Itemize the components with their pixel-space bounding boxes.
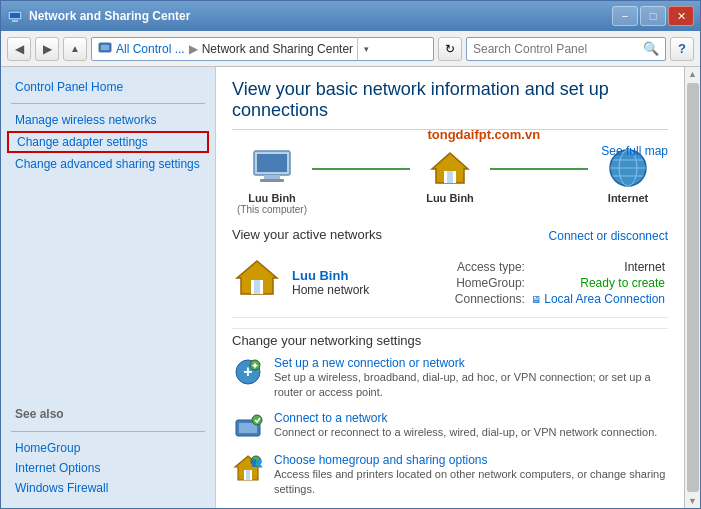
sidebar-change-sharing[interactable]: Change advanced sharing settings: [1, 154, 215, 174]
search-input[interactable]: [473, 42, 639, 56]
back-icon: ◀: [15, 42, 24, 56]
settings-item-2: 👥 Choose homegroup and sharing options A…: [232, 453, 668, 498]
scroll-thumb[interactable]: [687, 83, 699, 492]
sidebar-internet-options[interactable]: Internet Options: [1, 458, 215, 478]
homegroup-icon: 👥: [232, 453, 264, 485]
see-also-heading: See also: [1, 401, 215, 425]
connections-value[interactable]: 🖥 Local Area Connection: [528, 291, 668, 307]
active-network-card: Luu Binh Home network Access type: Inter…: [232, 258, 668, 318]
settings-desc-0: Set up a wireless, broadband, dial-up, a…: [274, 370, 668, 401]
svg-rect-1: [10, 13, 20, 18]
forward-icon: ▶: [43, 42, 52, 56]
scroll-up-arrow[interactable]: ▲: [688, 69, 697, 79]
forward-button[interactable]: ▶: [35, 37, 59, 61]
up-button[interactable]: ▲: [63, 37, 87, 61]
network-info: Luu Binh Home network: [292, 268, 442, 297]
sidebar-control-panel-home[interactable]: Control Panel Home: [1, 77, 215, 97]
sidebar-windows-firewall[interactable]: Windows Firewall: [1, 478, 215, 498]
title-bar: Network and Sharing Center − □ ✕: [1, 1, 700, 31]
scrollbar[interactable]: ▲ ▼: [684, 67, 700, 508]
settings-item-1: Connect to a network Connect or reconnec…: [232, 411, 668, 443]
net-line-2: [490, 168, 588, 170]
settings-title-0[interactable]: Set up a new connection or network: [274, 356, 668, 370]
up-icon: ▲: [70, 43, 80, 54]
settings-text-1: Connect to a network Connect or reconnec…: [274, 411, 657, 440]
sidebar-divider-1: [11, 103, 205, 104]
network-diagram: Luu Binh (This computer) Luu Binh: [232, 144, 668, 215]
address-path: All Control ... ▶ Network and Sharing Ce…: [91, 37, 434, 61]
sidebar: Control Panel Home Manage wireless netwo…: [1, 67, 216, 508]
access-type-value: Internet: [528, 259, 668, 275]
sidebar-divider-2: [11, 431, 205, 432]
sidebar-change-adapter[interactable]: Change adapter settings: [7, 131, 209, 153]
settings-text-2: Choose homegroup and sharing options Acc…: [274, 453, 668, 498]
connect-disconnect-link[interactable]: Connect or disconnect: [549, 229, 668, 243]
scroll-down-arrow[interactable]: ▼: [688, 496, 697, 506]
net-label-computer: Luu Binh: [248, 192, 296, 204]
back-button[interactable]: ◀: [7, 37, 31, 61]
path-separator: ▶: [189, 42, 198, 56]
network-card-icon: [232, 258, 282, 307]
main-area: Control Panel Home Manage wireless netwo…: [1, 67, 700, 508]
window-icon: [7, 8, 23, 24]
settings-desc-2: Access files and printers located on oth…: [274, 467, 668, 498]
change-settings-title: Change your networking settings: [232, 328, 668, 348]
house-icon: [426, 144, 474, 192]
connections-label: Connections:: [452, 291, 528, 307]
svg-text:👥: 👥: [251, 456, 263, 468]
main-window: Network and Sharing Center − □ ✕ ◀ ▶ ▲ A…: [0, 0, 701, 509]
svg-rect-11: [447, 171, 453, 183]
homegroup-value[interactable]: Ready to create: [528, 275, 668, 291]
homegroup-label: HomeGroup:: [452, 275, 528, 291]
title-bar-left: Network and Sharing Center: [7, 8, 190, 24]
refresh-button[interactable]: ↻: [438, 37, 462, 61]
page-title: View your basic network information and …: [232, 79, 668, 130]
svg-point-26: [252, 415, 262, 425]
path-current: Network and Sharing Center: [202, 42, 353, 56]
settings-desc-1: Connect or reconnect to a wireless, wire…: [274, 425, 657, 440]
see-full-map-link[interactable]: See full map: [601, 144, 668, 158]
settings-title-2[interactable]: Choose homegroup and sharing options: [274, 453, 668, 467]
path-dropdown-button[interactable]: ▾: [357, 37, 375, 61]
settings-item-0: + ✦ Set up a new connection or network S…: [232, 356, 668, 401]
address-bar: ◀ ▶ ▲ All Control ... ▶ Network and Shar…: [1, 31, 700, 67]
net-line-1: [312, 168, 410, 170]
svg-rect-4: [101, 45, 109, 50]
net-sublabel-computer: (This computer): [237, 204, 307, 215]
svg-rect-6: [257, 154, 287, 172]
new-connection-icon: + ✦: [232, 356, 264, 388]
svg-rect-8: [260, 179, 284, 182]
settings-text-0: Set up a new connection or network Set u…: [274, 356, 668, 401]
svg-rect-19: [254, 280, 260, 294]
sidebar-manage-wireless[interactable]: Manage wireless networks: [1, 110, 215, 130]
refresh-icon: ↻: [445, 42, 455, 56]
network-type: Home network: [292, 283, 442, 297]
path-root[interactable]: All Control ...: [116, 42, 185, 56]
title-bar-title: Network and Sharing Center: [29, 9, 190, 23]
svg-rect-7: [264, 175, 280, 179]
maximize-button[interactable]: □: [640, 6, 666, 26]
search-icon[interactable]: 🔍: [643, 41, 659, 56]
content-panel: View your basic network information and …: [216, 67, 684, 508]
sidebar-homegroup[interactable]: HomeGroup: [1, 438, 215, 458]
computer-icon: [248, 144, 296, 192]
title-bar-controls: − □ ✕: [612, 6, 694, 26]
net-node-router: Luu Binh: [410, 144, 490, 204]
net-label-router: Luu Binh: [426, 192, 474, 204]
minimize-button[interactable]: −: [612, 6, 638, 26]
connect-network-icon: [232, 411, 264, 443]
path-icon: [98, 40, 112, 57]
svg-rect-29: [246, 470, 250, 480]
help-button[interactable]: ?: [670, 37, 694, 61]
net-label-internet: Internet: [608, 192, 648, 204]
network-name[interactable]: Luu Binh: [292, 268, 442, 283]
close-button[interactable]: ✕: [668, 6, 694, 26]
help-icon: ?: [678, 41, 686, 56]
network-details: Access type: Internet HomeGroup: Ready t…: [452, 259, 668, 307]
net-node-computer: Luu Binh (This computer): [232, 144, 312, 215]
access-type-label: Access type:: [452, 259, 528, 275]
settings-title-1[interactable]: Connect to a network: [274, 411, 657, 425]
active-networks-label: View your active networks: [232, 227, 382, 242]
connection-icon: 🖥: [531, 294, 541, 305]
svg-text:✦: ✦: [251, 361, 259, 371]
